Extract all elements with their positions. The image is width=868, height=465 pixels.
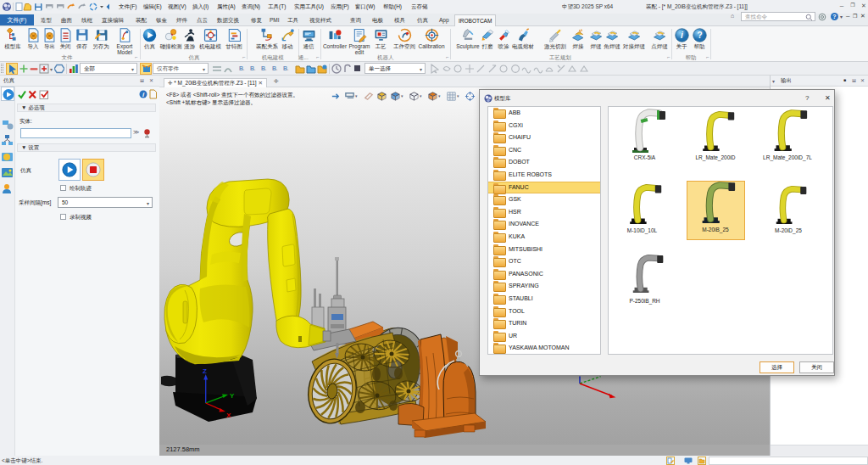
svg-text:X: X <box>226 412 231 419</box>
svg-text:Y: Y <box>230 392 235 400</box>
svg-text:?: ? <box>697 31 702 40</box>
svg-text:Z: Z <box>203 367 207 375</box>
